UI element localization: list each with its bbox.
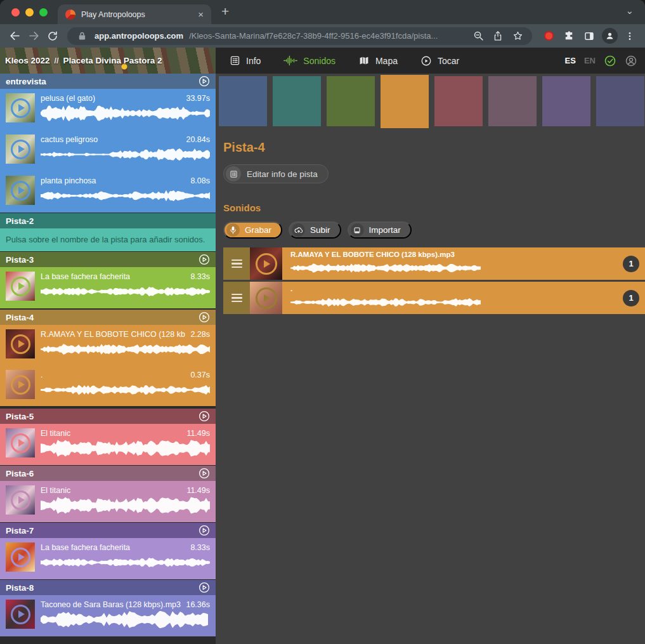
- sound-row[interactable]: . 1: [223, 282, 645, 314]
- sound-thumbnail[interactable]: [6, 485, 35, 515]
- browser-menu-icon[interactable]: [621, 27, 639, 45]
- sync-check-icon: [604, 55, 616, 67]
- swatch-track-2[interactable]: [273, 76, 321, 126]
- sound-duration: 8.08s: [190, 176, 210, 185]
- sound-thumbnail[interactable]: [6, 600, 35, 629]
- play-sound-icon: [256, 287, 277, 309]
- sound-duration: 33.97s: [186, 94, 210, 103]
- nav-tocar[interactable]: Tocar: [420, 55, 459, 67]
- back-button[interactable]: [5, 27, 24, 46]
- zoom-out-page-icon[interactable]: [471, 30, 485, 41]
- sound-item[interactable]: cactus peligroso20.84s: [0, 130, 216, 171]
- sound-thumbnail[interactable]: [250, 247, 282, 280]
- sound-thumbnail[interactable]: [250, 282, 282, 314]
- import-button[interactable]: Importar: [348, 221, 412, 239]
- side-panel-icon[interactable]: [580, 27, 598, 45]
- project-breadcrumb[interactable]: Kleos 2022 // Placeta Divina Pastora 2: [0, 48, 216, 74]
- sound-item[interactable]: Taconeo de Sara Baras (128 kbps).mp316.3…: [0, 595, 216, 636]
- address-bar[interactable]: app.antropoloops.com /Kleos-Santa-Marina…: [67, 27, 532, 45]
- forward-button[interactable]: [24, 27, 43, 46]
- sound-duration: 8.33s: [190, 272, 210, 281]
- sound-thumbnail[interactable]: [6, 93, 35, 122]
- tab-search-chevron-icon[interactable]: ⌄: [625, 5, 645, 24]
- play-track-button[interactable]: [199, 312, 210, 323]
- bookmark-star-icon[interactable]: [511, 30, 524, 41]
- play-track-button[interactable]: [199, 468, 210, 479]
- track-header[interactable]: Pista-4: [0, 310, 216, 325]
- sound-thumbnail[interactable]: [6, 272, 35, 301]
- play-sound-icon: [11, 375, 30, 395]
- nav-info[interactable]: Info: [230, 55, 261, 66]
- record-button[interactable]: Grabar: [223, 221, 282, 239]
- sound-duration: 20.84s: [186, 135, 210, 144]
- window-controls[interactable]: [0, 8, 58, 24]
- sound-row[interactable]: R.AMAYA Y EL BOBOTE CHICO (128 kbps).mp3…: [223, 247, 645, 280]
- sound-item[interactable]: pelusa (el gato)33.97s: [0, 89, 216, 130]
- sound-item[interactable]: La base fachera facherita8.33s: [0, 538, 216, 579]
- profile-avatar[interactable]: [601, 27, 618, 45]
- swatch-track-7[interactable]: [542, 76, 590, 126]
- close-window-button[interactable]: [11, 8, 20, 16]
- sound-thumbnail[interactable]: [6, 176, 35, 205]
- track-header[interactable]: Pista-7: [0, 523, 216, 538]
- sound-thumbnail[interactable]: [6, 542, 35, 572]
- sound-item[interactable]: La base fachera facherita8.33s: [0, 267, 216, 308]
- swatch-track-5[interactable]: [434, 76, 483, 126]
- edit-track-info-button[interactable]: Editar info de pista: [223, 164, 329, 183]
- sound-item[interactable]: R.AMAYA Y EL BOBOTE CHICO (128 kbps)....…: [0, 325, 216, 365]
- play-sound-icon: [11, 433, 30, 453]
- play-track-button[interactable]: [199, 76, 210, 87]
- lang-es-button[interactable]: ES: [565, 56, 576, 65]
- info-list-icon: [230, 55, 240, 66]
- tab-close-icon[interactable]: ×: [198, 10, 204, 19]
- sound-item[interactable]: El titanic11.49s: [0, 424, 216, 465]
- reload-button[interactable]: [43, 27, 62, 46]
- minimize-window-button[interactable]: [25, 8, 34, 16]
- track-header[interactable]: Pista-6: [0, 466, 216, 481]
- sound-title: .: [41, 371, 185, 379]
- share-icon[interactable]: [491, 30, 505, 41]
- sound-item[interactable]: El titanic11.49s: [0, 481, 216, 522]
- cloud-upload-icon: [292, 223, 305, 237]
- track-pista-5: Pista-5 El titanic11.49s: [0, 409, 216, 465]
- play-track-button[interactable]: [199, 525, 210, 536]
- sound-item[interactable]: .0.37s: [0, 365, 216, 406]
- track-header[interactable]: Pista-5: [0, 409, 216, 424]
- swatch-track-3[interactable]: [327, 76, 375, 126]
- account-icon[interactable]: [625, 55, 637, 67]
- swatch-track-8[interactable]: [596, 76, 644, 126]
- piece-name: Placeta Divina Pastora 2: [63, 56, 162, 65]
- track-header[interactable]: Pista-3: [0, 252, 216, 267]
- lang-en-button[interactable]: EN: [584, 56, 596, 65]
- loop-count-badge: 1: [623, 256, 639, 272]
- track-header[interactable]: Pista-2: [0, 213, 216, 228]
- nav-mapa[interactable]: Mapa: [358, 55, 398, 66]
- sound-thumbnail[interactable]: [6, 428, 35, 457]
- sound-thumbnail[interactable]: [6, 370, 35, 399]
- map-icon: [358, 55, 370, 66]
- drag-handle-icon[interactable]: [223, 282, 250, 314]
- play-track-button[interactable]: [199, 254, 210, 265]
- track-name: Pista-3: [6, 255, 34, 265]
- browser-tab[interactable]: Play Antropoloops ×: [58, 4, 211, 24]
- sound-thumbnail[interactable]: [6, 135, 35, 164]
- track-header[interactable]: Pista-8: [0, 580, 216, 595]
- waveform: [41, 440, 210, 457]
- play-track-button[interactable]: [199, 411, 210, 422]
- swatch-track-1[interactable]: [219, 76, 267, 126]
- play-track-button[interactable]: [199, 582, 210, 593]
- extensions-puzzle-icon[interactable]: [560, 27, 578, 45]
- swatch-track-4-selected[interactable]: [381, 75, 429, 128]
- zoom-window-button[interactable]: [39, 8, 48, 16]
- upload-button[interactable]: Subir: [289, 221, 341, 239]
- drag-handle-icon[interactable]: [223, 247, 250, 280]
- track-header[interactable]: entrevista: [0, 74, 216, 89]
- sound-thumbnail[interactable]: [6, 329, 35, 358]
- sound-item[interactable]: planta pinchosa8.08s: [0, 171, 216, 213]
- nav-sonidos[interactable]: Sonidos: [283, 55, 336, 66]
- browser-window: Play Antropoloops × + ⌄ app.antropoloops…: [0, 0, 645, 644]
- swatch-track-6[interactable]: [488, 76, 537, 126]
- browser-toolbar: app.antropoloops.com /Kleos-Santa-Marina…: [0, 24, 645, 48]
- recording-indicator-icon[interactable]: [540, 27, 557, 45]
- new-tab-button[interactable]: +: [211, 4, 229, 24]
